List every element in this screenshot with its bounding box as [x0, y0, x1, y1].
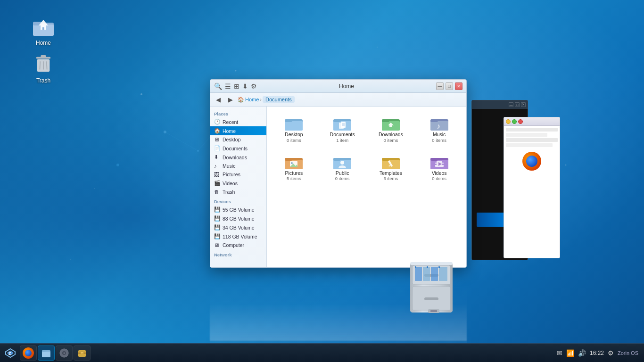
- sidebar-item-pictures[interactable]: 🖼 Pictures: [210, 170, 266, 179]
- desktop-icon-home[interactable]: Home: [25, 13, 62, 48]
- sidebar-label-trash: Trash: [223, 189, 235, 195]
- svg-rect-81: [431, 267, 438, 281]
- bg-win-close[interactable]: ✕: [521, 102, 526, 107]
- sidebar-item-home[interactable]: 🏠 Home: [210, 126, 266, 135]
- svg-rect-97: [42, 350, 46, 352]
- svg-rect-67: [430, 158, 438, 161]
- disks-icon: [59, 348, 69, 358]
- documents-sidebar-icon: 📄: [214, 145, 221, 151]
- downloads-folder-name: Downloads: [379, 132, 403, 138]
- svg-rect-80: [423, 267, 430, 281]
- w2-dot1: [506, 119, 511, 124]
- home-sidebar-icon: 🏠: [214, 128, 221, 134]
- breadcrumb-separator: ›: [260, 97, 262, 102]
- file-item-videos[interactable]: Videos 0 items: [417, 150, 462, 185]
- download-icon[interactable]: ⬇: [242, 82, 248, 90]
- sidebar-label-recent: Recent: [223, 119, 238, 125]
- sidebar-item-vol55[interactable]: 💾 55 GB Volume: [210, 205, 266, 214]
- svg-rect-96: [42, 352, 50, 357]
- sidebar-label-videos: Videos: [223, 181, 238, 186]
- sidebar-item-downloads[interactable]: ⬇ Downloads: [210, 153, 266, 162]
- file-item-documents[interactable]: Documents 1 item: [320, 111, 365, 146]
- music-folder-count: 0 items: [432, 138, 446, 143]
- svg-rect-70: [435, 164, 437, 165]
- zorin-start-button[interactable]: Z: [2, 346, 19, 361]
- file-item-music[interactable]: ♪ Music 0 items: [417, 111, 462, 146]
- close-button[interactable]: ✕: [455, 82, 462, 90]
- maximize-button[interactable]: □: [446, 82, 453, 90]
- bg-window2-content: [504, 126, 560, 258]
- documents-folder-count: 1 item: [336, 138, 348, 143]
- svg-point-8: [565, 165, 567, 166]
- home-folder-icon: [32, 15, 55, 38]
- taskbar-settings-icon[interactable]: ⚙: [608, 349, 614, 357]
- breadcrumb-current[interactable]: Documents: [263, 96, 295, 103]
- menu-icon[interactable]: ☰: [225, 82, 231, 90]
- taskbar-disks[interactable]: [56, 346, 73, 361]
- desktop-icon-trash[interactable]: Trash: [25, 51, 62, 86]
- background-window-light: [504, 117, 560, 258]
- svg-point-14: [116, 164, 119, 166]
- sidebar-item-documents[interactable]: 📄 Documents: [210, 144, 266, 153]
- svg-rect-91: [410, 262, 453, 265]
- settings-icon[interactable]: ⚙: [251, 82, 257, 90]
- email-tray-icon[interactable]: ✉: [557, 349, 562, 357]
- sidebar-item-vol118[interactable]: 💾 118 GB Volume: [210, 232, 266, 241]
- file-item-pictures[interactable]: Pictures 5 items: [272, 150, 316, 185]
- templates-folder-count: 6 items: [384, 176, 398, 181]
- sidebar-label-home: Home: [223, 128, 236, 134]
- home-breadcrumb-icon: 🏠: [238, 97, 244, 103]
- w2-dot3: [518, 119, 523, 124]
- taskbar-files[interactable]: [38, 346, 55, 361]
- back-button[interactable]: ◀: [213, 94, 223, 105]
- breadcrumb: 🏠 Home › Documents: [238, 96, 295, 103]
- trash-sidebar-icon: 🗑: [214, 189, 221, 195]
- file-item-public[interactable]: Public 0 items: [320, 150, 365, 185]
- svg-point-59: [340, 161, 344, 165]
- minimize-button[interactable]: —: [436, 82, 444, 90]
- search-icon[interactable]: 🔍: [214, 82, 222, 90]
- svg-line-27: [40, 61, 40, 69]
- sidebar-label-music: Music: [223, 163, 235, 169]
- svg-text:♪: ♪: [437, 122, 440, 130]
- public-folder-count: 0 items: [335, 176, 350, 181]
- svg-rect-25: [41, 55, 46, 58]
- grid-icon[interactable]: ⊞: [234, 82, 239, 90]
- file-item-templates[interactable]: Templates 6 items: [369, 150, 413, 185]
- bg-win-minimize[interactable]: —: [509, 102, 513, 107]
- taskbar-firefox[interactable]: [20, 346, 37, 361]
- music-sidebar-icon: ♪: [214, 163, 221, 169]
- bg-window2-titlebar: [504, 117, 560, 126]
- taskbar-systray: ✉ 📶 🔊 16:22 ⚙ Zorin OS: [553, 349, 642, 357]
- sidebar-item-desktop[interactable]: 🖥 Desktop: [210, 135, 266, 144]
- sidebar-item-vol88[interactable]: 💾 88 GB Volume: [210, 214, 266, 223]
- svg-point-54: [291, 162, 293, 164]
- bg-win-maximize[interactable]: □: [515, 102, 520, 107]
- devices-label: Devices: [210, 196, 266, 205]
- sidebar-item-music[interactable]: ♪ Music: [210, 162, 266, 170]
- public-folder-name: Public: [336, 170, 349, 176]
- network-tray-icon[interactable]: 📶: [566, 349, 574, 357]
- sidebar-item-vol34[interactable]: 💾 34 GB Volume: [210, 223, 266, 232]
- svg-point-100: [64, 352, 65, 354]
- vol118-icon: 💾: [214, 233, 221, 239]
- file-item-desktop[interactable]: Desktop 0 items: [272, 111, 316, 146]
- taskbar: Z: [0, 343, 644, 362]
- volume-tray-icon[interactable]: 🔊: [578, 349, 586, 357]
- breadcrumb-home[interactable]: 🏠 Home: [238, 97, 259, 103]
- sidebar-item-computer[interactable]: 🖥 Computer: [210, 241, 266, 249]
- file-item-downloads[interactable]: Downloads 0 items: [369, 111, 413, 146]
- forward-button[interactable]: ▶: [225, 94, 236, 105]
- pictures-folder-icon: [284, 153, 303, 170]
- videos-sidebar-icon: 🎬: [214, 180, 221, 186]
- sidebar-label-vol118: 118 GB Volume: [223, 234, 257, 239]
- svg-rect-105: [82, 353, 83, 354]
- svg-line-29: [47, 61, 47, 69]
- videos-folder-icon: [430, 153, 449, 170]
- sidebar-item-recent[interactable]: 🕐 Recent: [210, 117, 266, 126]
- window-title: Home: [257, 83, 436, 90]
- sidebar-item-videos[interactable]: 🎬 Videos: [210, 179, 266, 188]
- sidebar-item-trash[interactable]: 🗑 Trash: [210, 188, 266, 196]
- taskbar-archive[interactable]: [74, 346, 91, 361]
- svg-point-9: [70, 259, 71, 260]
